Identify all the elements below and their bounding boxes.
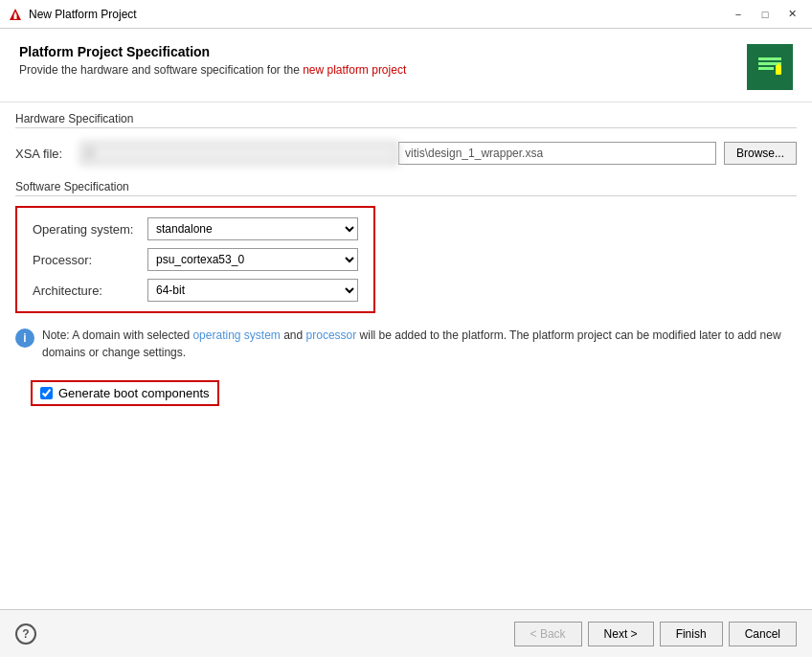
xsa-suffix-input[interactable] xyxy=(398,142,716,165)
dialog-header-subtitle: Provide the hardware and software specif… xyxy=(19,63,406,77)
svg-rect-4 xyxy=(758,57,781,60)
processor-select[interactable]: psu_cortexa53_0 psu_cortexa53_1 psu_cort… xyxy=(147,248,358,271)
xsa-path-input[interactable] xyxy=(80,142,398,165)
os-label: Operating system: xyxy=(33,222,147,237)
arch-select[interactable]: 64-bit 32-bit xyxy=(147,279,358,302)
processor-label: Processor: xyxy=(33,253,147,267)
titlebar-title: New Platform Project xyxy=(29,8,137,21)
software-form: Operating system: standalone linux freer… xyxy=(15,206,375,313)
header-highlight: new platform project xyxy=(303,63,406,77)
dialog-header-text: Platform Project Specification Provide t… xyxy=(19,44,406,77)
boot-components-container: Generate boot components xyxy=(15,371,797,416)
platform-icon xyxy=(753,50,787,84)
arch-row: Architecture: 64-bit 32-bit xyxy=(33,279,358,302)
svg-point-2 xyxy=(14,12,16,14)
os-select[interactable]: standalone linux freertos xyxy=(147,217,358,240)
info-icon: i xyxy=(15,328,34,348)
boot-components-label: Generate boot components xyxy=(58,386,210,400)
minimize-button[interactable]: − xyxy=(726,5,751,24)
dialog-body: Hardware Specification XSA file: Browse.… xyxy=(0,102,812,609)
close-button[interactable]: ✕ xyxy=(779,5,804,24)
svg-rect-8 xyxy=(778,63,779,66)
dialog-content: Platform Project Specification Provide t… xyxy=(0,29,812,657)
os-row: Operating system: standalone linux freer… xyxy=(33,217,358,240)
hardware-section-title: Hardware Specification xyxy=(15,112,797,128)
back-button[interactable]: < Back xyxy=(514,622,582,646)
note-area: i Note: A domain with selected operating… xyxy=(15,327,797,361)
boot-components-row: Generate boot components xyxy=(31,380,219,406)
titlebar: New Platform Project − □ ✕ xyxy=(0,0,812,29)
processor-row: Processor: psu_cortexa53_0 psu_cortexa53… xyxy=(33,248,358,271)
xsa-label: XSA file: xyxy=(15,147,73,161)
svg-rect-1 xyxy=(14,14,17,19)
next-button[interactable]: Next > xyxy=(588,622,654,646)
note-text: Note: A domain with selected operating s… xyxy=(42,327,797,361)
dialog-header: Platform Project Specification Provide t… xyxy=(0,29,812,102)
footer-right: < Back Next > Finish Cancel xyxy=(514,622,797,646)
xsa-row: XSA file: Browse... xyxy=(15,136,797,170)
titlebar-left: New Platform Project xyxy=(8,7,137,22)
dialog-header-title: Platform Project Specification xyxy=(19,44,406,59)
dialog-footer: ? < Back Next > Finish Cancel xyxy=(0,609,812,657)
software-section-title: Software Specification xyxy=(15,180,797,196)
software-section: Software Specification Operating system:… xyxy=(15,180,797,313)
svg-rect-6 xyxy=(758,67,774,70)
boot-components-checkbox[interactable] xyxy=(40,387,53,399)
app-icon xyxy=(8,7,23,22)
arch-label: Architecture: xyxy=(33,283,147,298)
finish-button[interactable]: Finish xyxy=(660,622,723,646)
dialog-header-icon xyxy=(747,44,793,90)
browse-button[interactable]: Browse... xyxy=(724,142,797,165)
footer-left: ? xyxy=(15,623,36,645)
titlebar-controls: − □ ✕ xyxy=(726,5,804,24)
cancel-button[interactable]: Cancel xyxy=(729,622,797,646)
help-button[interactable]: ? xyxy=(15,623,36,645)
hardware-section: Hardware Specification XSA file: Browse.… xyxy=(15,112,797,170)
maximize-button[interactable]: □ xyxy=(753,5,778,24)
svg-rect-7 xyxy=(776,65,781,75)
